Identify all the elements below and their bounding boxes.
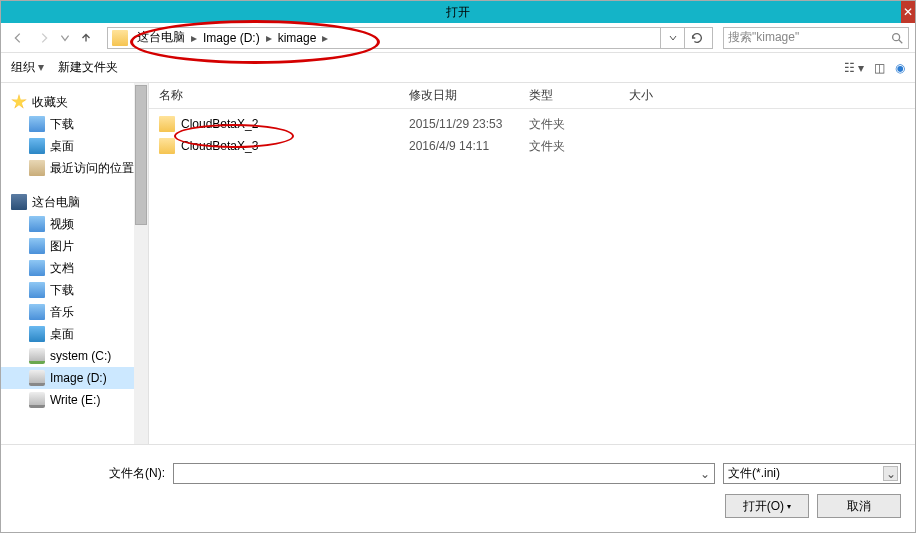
column-size[interactable]: 大小 (629, 87, 709, 104)
folder-icon (159, 138, 175, 154)
split-arrow-icon: ▾ (787, 502, 791, 511)
open-dialog-window: 打开 ✕ 这台电脑 ▸ Image (D:) ▸ kimage ▸ 搜索"kim… (0, 0, 916, 533)
drive-icon (29, 370, 45, 386)
new-folder-button[interactable]: 新建文件夹 (58, 59, 118, 76)
column-date[interactable]: 修改日期 (409, 87, 529, 104)
refresh-button[interactable] (684, 27, 708, 49)
sidebar-item-desktop2[interactable]: 桌面 (1, 323, 148, 345)
sidebar: 收藏夹 下载 桌面 最近访问的位置 这台电脑 视频 图片 文档 下载 音乐 桌面… (1, 83, 149, 444)
folder-icon (29, 216, 45, 232)
chevron-right-icon[interactable]: ▸ (319, 31, 331, 45)
sidebar-favorites[interactable]: 收藏夹 (1, 91, 148, 113)
filename-label: 文件名(N): (15, 465, 165, 482)
folder-icon (159, 116, 175, 132)
sidebar-item-downloads[interactable]: 下载 (1, 113, 148, 135)
folder-icon (29, 238, 45, 254)
star-icon (11, 94, 27, 110)
breadcrumb-dropdown[interactable] (660, 27, 684, 49)
search-icon (890, 31, 904, 45)
sidebar-item-drive-e[interactable]: Write (E:) (1, 389, 148, 411)
filetype-filter[interactable]: 文件(*.ini) ⌄ (723, 463, 901, 484)
bottom-panel: 文件名(N): ⌄ 文件(*.ini) ⌄ 打开(O) ▾ 取消 (1, 444, 915, 532)
chevron-down-icon[interactable]: ⌄ (883, 466, 898, 481)
breadcrumb-item-folder[interactable]: kimage (275, 31, 320, 45)
folder-icon (112, 30, 128, 46)
up-button[interactable] (75, 27, 97, 49)
sidebar-item-desktop[interactable]: 桌面 (1, 135, 148, 157)
drive-icon (29, 392, 45, 408)
breadcrumb[interactable]: 这台电脑 ▸ Image (D:) ▸ kimage ▸ (107, 27, 713, 49)
breadcrumb-item-thispc[interactable]: 这台电脑 (134, 29, 188, 46)
sidebar-item-drive-c[interactable]: system (C:) (1, 345, 148, 367)
main-area: 收藏夹 下载 桌面 最近访问的位置 这台电脑 视频 图片 文档 下载 音乐 桌面… (1, 83, 915, 444)
sidebar-item-music[interactable]: 音乐 (1, 301, 148, 323)
close-button[interactable]: ✕ (901, 1, 915, 23)
folder-icon (29, 260, 45, 276)
sidebar-item-pictures[interactable]: 图片 (1, 235, 148, 257)
forward-button[interactable] (33, 27, 55, 49)
folder-icon (29, 304, 45, 320)
sidebar-item-recent[interactable]: 最近访问的位置 (1, 157, 148, 179)
breadcrumb-item-drive[interactable]: Image (D:) (200, 31, 263, 45)
drive-icon (29, 348, 45, 364)
navbar: 这台电脑 ▸ Image (D:) ▸ kimage ▸ 搜索"kimage" (1, 23, 915, 53)
chevron-right-icon[interactable]: ▸ (188, 31, 200, 45)
cancel-button[interactable]: 取消 (817, 494, 901, 518)
view-options-button[interactable]: ☷ ▾ (844, 61, 864, 75)
chevron-down-icon: ▾ (38, 60, 44, 74)
filename-combo[interactable]: ⌄ (173, 463, 715, 484)
desktop-icon (29, 326, 45, 342)
file-list: 名称 修改日期 类型 大小 CloudBetaX_2 2015/11/29 23… (149, 83, 915, 444)
recent-icon (29, 160, 45, 176)
search-input[interactable]: 搜索"kimage" (723, 27, 909, 49)
file-row[interactable]: CloudBetaX_3 2016/4/9 14:11 文件夹 (149, 135, 915, 157)
scrollbar-thumb[interactable] (135, 85, 147, 225)
sidebar-thispc[interactable]: 这台电脑 (1, 191, 148, 213)
window-title: 打开 (446, 4, 470, 21)
pc-icon (11, 194, 27, 210)
svg-point-0 (893, 33, 900, 40)
sidebar-item-documents[interactable]: 文档 (1, 257, 148, 279)
column-headers: 名称 修改日期 类型 大小 (149, 83, 915, 109)
sidebar-scrollbar[interactable] (134, 83, 148, 444)
desktop-icon (29, 138, 45, 154)
search-placeholder: 搜索"kimage" (728, 29, 890, 46)
chevron-down-icon[interactable]: ⌄ (697, 466, 712, 481)
help-button[interactable]: ◉ (895, 61, 905, 75)
column-name[interactable]: 名称 (159, 87, 409, 104)
organize-menu[interactable]: 组织 ▾ (11, 59, 44, 76)
titlebar: 打开 ✕ (1, 1, 915, 23)
file-rows: CloudBetaX_2 2015/11/29 23:53 文件夹 CloudB… (149, 109, 915, 444)
preview-pane-button[interactable]: ◫ (874, 61, 885, 75)
column-type[interactable]: 类型 (529, 87, 629, 104)
sidebar-item-drive-d[interactable]: Image (D:) (1, 367, 148, 389)
sidebar-item-videos[interactable]: 视频 (1, 213, 148, 235)
open-button[interactable]: 打开(O) ▾ (725, 494, 809, 518)
file-row[interactable]: CloudBetaX_2 2015/11/29 23:53 文件夹 (149, 113, 915, 135)
toolbar: 组织 ▾ 新建文件夹 ☷ ▾ ◫ ◉ (1, 53, 915, 83)
history-dropdown[interactable] (59, 27, 71, 49)
folder-icon (29, 282, 45, 298)
chevron-right-icon[interactable]: ▸ (263, 31, 275, 45)
back-button[interactable] (7, 27, 29, 49)
folder-icon (29, 116, 45, 132)
sidebar-item-downloads2[interactable]: 下载 (1, 279, 148, 301)
